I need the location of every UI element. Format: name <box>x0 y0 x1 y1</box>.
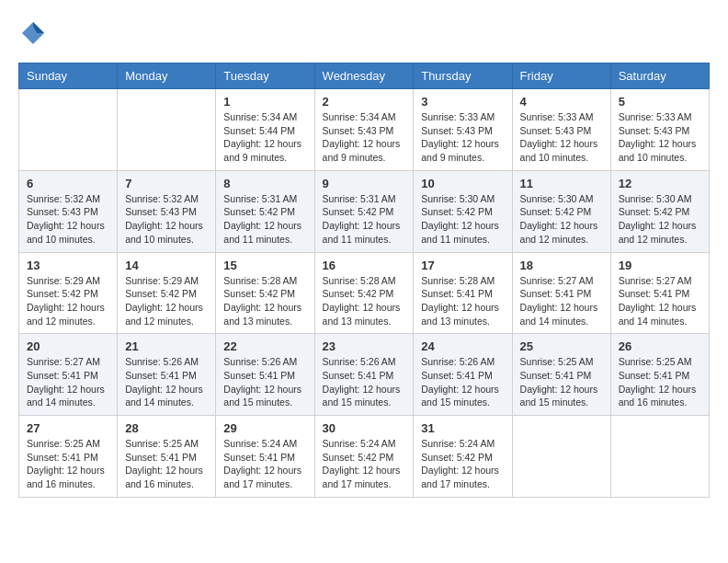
day-info: Sunrise: 5:28 AMSunset: 5:41 PMDaylight:… <box>421 274 504 328</box>
calendar-cell: 19Sunrise: 5:27 AMSunset: 5:41 PMDayligh… <box>610 252 709 334</box>
day-number: 9 <box>323 177 406 190</box>
day-number: 27 <box>27 421 109 435</box>
day-number: 29 <box>223 421 306 435</box>
day-info: Sunrise: 5:26 AMSunset: 5:41 PMDaylight:… <box>421 355 504 409</box>
calendar-cell: 14Sunrise: 5:29 AMSunset: 5:42 PMDayligh… <box>118 252 216 334</box>
day-number: 18 <box>520 259 603 272</box>
calendar-header-row: SundayMondayTuesdayWednesdayThursdayFrid… <box>19 63 710 89</box>
day-info: Sunrise: 5:24 AMSunset: 5:42 PMDaylight:… <box>421 437 504 491</box>
calendar-cell: 7Sunrise: 5:32 AMSunset: 5:43 PMDaylight… <box>118 170 216 252</box>
day-info: Sunrise: 5:24 AMSunset: 5:42 PMDaylight:… <box>323 437 406 491</box>
day-number: 1 <box>223 95 306 109</box>
day-number: 3 <box>421 95 504 109</box>
calendar-cell: 29Sunrise: 5:24 AMSunset: 5:41 PMDayligh… <box>216 416 314 498</box>
calendar-cell <box>118 89 216 171</box>
calendar-cell: 12Sunrise: 5:30 AMSunset: 5:42 PMDayligh… <box>610 170 709 252</box>
day-number: 31 <box>421 421 504 435</box>
calendar-cell: 22Sunrise: 5:26 AMSunset: 5:41 PMDayligh… <box>216 334 314 416</box>
calendar-cell: 27Sunrise: 5:25 AMSunset: 5:41 PMDayligh… <box>19 416 118 498</box>
calendar-cell: 10Sunrise: 5:30 AMSunset: 5:42 PMDayligh… <box>414 170 512 252</box>
day-number: 11 <box>520 177 603 190</box>
day-info: Sunrise: 5:32 AMSunset: 5:43 PMDaylight:… <box>27 192 109 247</box>
calendar-cell: 2Sunrise: 5:34 AMSunset: 5:43 PMDaylight… <box>314 89 414 171</box>
day-number: 4 <box>520 95 603 109</box>
day-info: Sunrise: 5:31 AMSunset: 5:42 PMDaylight:… <box>223 192 306 247</box>
calendar-week-row: 1Sunrise: 5:34 AMSunset: 5:44 PMDaylight… <box>19 89 710 171</box>
calendar-cell: 20Sunrise: 5:27 AMSunset: 5:41 PMDayligh… <box>19 334 118 416</box>
day-info: Sunrise: 5:31 AMSunset: 5:42 PMDaylight:… <box>323 192 406 247</box>
day-info: Sunrise: 5:25 AMSunset: 5:41 PMDaylight:… <box>125 437 208 491</box>
day-number: 23 <box>323 339 406 353</box>
calendar-week-row: 13Sunrise: 5:29 AMSunset: 5:42 PMDayligh… <box>19 252 710 334</box>
logo <box>18 18 51 48</box>
day-info: Sunrise: 5:30 AMSunset: 5:42 PMDaylight:… <box>520 192 603 247</box>
day-info: Sunrise: 5:25 AMSunset: 5:41 PMDaylight:… <box>27 437 109 491</box>
day-info: Sunrise: 5:24 AMSunset: 5:41 PMDaylight:… <box>223 437 306 491</box>
day-number: 26 <box>619 339 701 353</box>
calendar-cell <box>512 416 610 498</box>
calendar-week-row: 6Sunrise: 5:32 AMSunset: 5:43 PMDaylight… <box>19 170 710 252</box>
calendar-cell <box>610 416 709 498</box>
day-number: 28 <box>125 421 208 435</box>
day-info: Sunrise: 5:33 AMSunset: 5:43 PMDaylight:… <box>421 110 504 165</box>
day-info: Sunrise: 5:29 AMSunset: 5:42 PMDaylight:… <box>27 274 109 328</box>
day-number: 30 <box>323 421 406 435</box>
calendar-cell: 31Sunrise: 5:24 AMSunset: 5:42 PMDayligh… <box>414 416 512 498</box>
day-number: 19 <box>619 259 701 272</box>
calendar-cell: 11Sunrise: 5:30 AMSunset: 5:42 PMDayligh… <box>512 170 610 252</box>
calendar-cell: 16Sunrise: 5:28 AMSunset: 5:42 PMDayligh… <box>314 252 414 334</box>
day-info: Sunrise: 5:34 AMSunset: 5:44 PMDaylight:… <box>223 110 306 165</box>
calendar-cell: 9Sunrise: 5:31 AMSunset: 5:42 PMDaylight… <box>314 170 414 252</box>
calendar-cell: 23Sunrise: 5:26 AMSunset: 5:41 PMDayligh… <box>314 334 414 416</box>
day-number: 17 <box>421 259 504 272</box>
day-info: Sunrise: 5:30 AMSunset: 5:42 PMDaylight:… <box>619 192 701 247</box>
day-number: 7 <box>125 177 208 190</box>
day-number: 25 <box>520 339 603 353</box>
day-info: Sunrise: 5:25 AMSunset: 5:41 PMDaylight:… <box>619 355 701 409</box>
calendar-cell: 4Sunrise: 5:33 AMSunset: 5:43 PMDaylight… <box>512 89 610 171</box>
day-number: 13 <box>27 259 109 272</box>
calendar-day-header: Wednesday <box>314 63 414 89</box>
day-number: 8 <box>223 177 306 190</box>
day-number: 16 <box>323 259 406 272</box>
calendar-day-header: Saturday <box>610 63 709 89</box>
day-info: Sunrise: 5:26 AMSunset: 5:41 PMDaylight:… <box>323 355 406 409</box>
calendar-cell: 8Sunrise: 5:31 AMSunset: 5:42 PMDaylight… <box>216 170 314 252</box>
day-info: Sunrise: 5:28 AMSunset: 5:42 PMDaylight:… <box>223 274 306 328</box>
day-number: 5 <box>619 95 701 109</box>
calendar-cell: 15Sunrise: 5:28 AMSunset: 5:42 PMDayligh… <box>216 252 314 334</box>
day-number: 2 <box>323 95 406 109</box>
calendar-week-row: 20Sunrise: 5:27 AMSunset: 5:41 PMDayligh… <box>19 334 710 416</box>
day-info: Sunrise: 5:32 AMSunset: 5:43 PMDaylight:… <box>125 192 208 247</box>
day-number: 20 <box>27 339 109 353</box>
day-number: 15 <box>223 259 306 272</box>
day-info: Sunrise: 5:27 AMSunset: 5:41 PMDaylight:… <box>520 274 603 328</box>
day-number: 24 <box>421 339 504 353</box>
calendar-cell: 25Sunrise: 5:25 AMSunset: 5:41 PMDayligh… <box>512 334 610 416</box>
page-header <box>18 18 710 48</box>
day-info: Sunrise: 5:26 AMSunset: 5:41 PMDaylight:… <box>125 355 208 409</box>
calendar-table: SundayMondayTuesdayWednesdayThursdayFrid… <box>18 63 710 498</box>
day-info: Sunrise: 5:33 AMSunset: 5:43 PMDaylight:… <box>520 110 603 165</box>
calendar-cell: 21Sunrise: 5:26 AMSunset: 5:41 PMDayligh… <box>118 334 216 416</box>
day-number: 12 <box>619 177 701 190</box>
calendar-week-row: 27Sunrise: 5:25 AMSunset: 5:41 PMDayligh… <box>19 416 710 498</box>
day-info: Sunrise: 5:26 AMSunset: 5:41 PMDaylight:… <box>223 355 306 409</box>
calendar-cell: 17Sunrise: 5:28 AMSunset: 5:41 PMDayligh… <box>414 252 512 334</box>
calendar-cell: 6Sunrise: 5:32 AMSunset: 5:43 PMDaylight… <box>19 170 118 252</box>
calendar-cell: 1Sunrise: 5:34 AMSunset: 5:44 PMDaylight… <box>216 89 314 171</box>
calendar-day-header: Thursday <box>414 63 512 89</box>
calendar-day-header: Sunday <box>19 63 118 89</box>
day-info: Sunrise: 5:27 AMSunset: 5:41 PMDaylight:… <box>27 355 109 409</box>
day-info: Sunrise: 5:25 AMSunset: 5:41 PMDaylight:… <box>520 355 603 409</box>
calendar-cell: 18Sunrise: 5:27 AMSunset: 5:41 PMDayligh… <box>512 252 610 334</box>
day-info: Sunrise: 5:34 AMSunset: 5:43 PMDaylight:… <box>323 110 406 165</box>
calendar-cell: 24Sunrise: 5:26 AMSunset: 5:41 PMDayligh… <box>414 334 512 416</box>
day-number: 22 <box>223 339 306 353</box>
calendar-cell: 30Sunrise: 5:24 AMSunset: 5:42 PMDayligh… <box>314 416 414 498</box>
day-info: Sunrise: 5:33 AMSunset: 5:43 PMDaylight:… <box>619 110 701 165</box>
day-info: Sunrise: 5:28 AMSunset: 5:42 PMDaylight:… <box>323 274 406 328</box>
day-info: Sunrise: 5:29 AMSunset: 5:42 PMDaylight:… <box>125 274 208 328</box>
calendar-cell: 26Sunrise: 5:25 AMSunset: 5:41 PMDayligh… <box>610 334 709 416</box>
calendar-day-header: Tuesday <box>216 63 314 89</box>
